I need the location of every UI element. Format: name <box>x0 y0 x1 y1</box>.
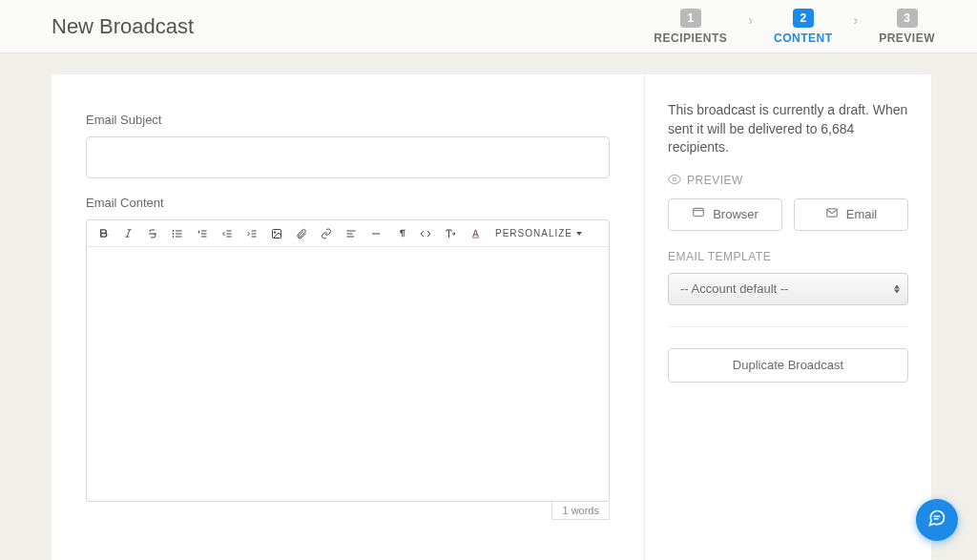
paragraph-icon[interactable] <box>388 222 413 245</box>
step-label: RECIPIENTS <box>654 31 727 45</box>
step-label: CONTENT <box>774 31 833 45</box>
browser-icon <box>692 206 705 222</box>
email-subject-label: Email Subject <box>86 113 610 127</box>
right-pane: This broadcast is currently a draft. Whe… <box>645 74 931 560</box>
caret-down-icon <box>576 232 582 236</box>
svg-point-7 <box>173 230 174 231</box>
preview-browser-label: Browser <box>713 207 759 221</box>
indent-icon[interactable] <box>239 222 264 245</box>
step-number: 3 <box>897 9 918 28</box>
personalize-label: PERSONALIZE <box>495 228 572 239</box>
left-pane: Email Subject Email Content <box>52 74 645 560</box>
preview-heading-text: PREVIEW <box>687 174 743 187</box>
italic-icon[interactable] <box>115 222 140 245</box>
step-number: 2 <box>793 9 814 28</box>
step-label: PREVIEW <box>879 31 935 45</box>
main-card: Email Subject Email Content <box>52 74 931 560</box>
preview-email-label: Email <box>846 207 878 221</box>
email-content-label: Email Content <box>86 196 610 210</box>
link-icon[interactable] <box>314 222 339 245</box>
ordered-list-icon[interactable] <box>190 222 215 245</box>
svg-point-9 <box>173 236 174 237</box>
help-fab[interactable] <box>916 499 958 541</box>
email-subject-input[interactable] <box>86 136 610 178</box>
topbar: New Broadcast 1 RECIPIENTS › 2 CONTENT ›… <box>0 0 977 53</box>
svg-line-2 <box>127 230 130 237</box>
unordered-list-icon[interactable] <box>165 222 190 245</box>
duplicate-broadcast-button[interactable]: Duplicate Broadcast <box>668 348 908 383</box>
chat-icon <box>927 508 946 531</box>
step-recipients[interactable]: 1 RECIPIENTS <box>654 9 727 45</box>
outdent-icon[interactable] <box>215 222 239 245</box>
page-title: New Broadcast <box>52 14 194 39</box>
rich-text-editor: PERSONALIZE <box>86 219 610 502</box>
step-number: 1 <box>680 9 701 28</box>
image-icon[interactable] <box>264 222 289 245</box>
editor-toolbar: PERSONALIZE <box>87 220 609 247</box>
attachment-icon[interactable] <box>289 222 314 245</box>
template-heading: EMAIL TEMPLATE <box>668 250 908 263</box>
email-content-editor[interactable] <box>87 247 609 501</box>
word-count: 1 words <box>551 502 610 520</box>
text-size-icon[interactable] <box>438 222 463 245</box>
step-preview[interactable]: 3 PREVIEW <box>879 9 935 45</box>
stepper: 1 RECIPIENTS › 2 CONTENT › 3 PREVIEW <box>654 9 954 45</box>
strikethrough-icon[interactable] <box>140 222 165 245</box>
draft-note: This broadcast is currently a draft. Whe… <box>668 101 908 157</box>
svg-rect-30 <box>694 209 704 217</box>
eye-icon <box>668 173 681 189</box>
template-select[interactable]: -- Account default -- <box>668 273 908 305</box>
preview-heading: PREVIEW <box>668 173 908 189</box>
svg-point-29 <box>673 177 676 181</box>
preview-browser-button[interactable]: Browser <box>668 198 782 231</box>
align-icon[interactable] <box>339 222 364 245</box>
email-icon <box>825 206 839 222</box>
divider <box>668 326 908 327</box>
preview-email-button[interactable]: Email <box>794 198 908 231</box>
template-selected-value: -- Account default -- <box>680 281 788 296</box>
step-content[interactable]: 2 CONTENT <box>774 9 833 45</box>
svg-point-20 <box>274 231 276 233</box>
chevron-right-icon: › <box>748 12 753 28</box>
select-caret-icon <box>894 284 900 293</box>
svg-point-8 <box>173 233 174 234</box>
personalize-dropdown[interactable]: PERSONALIZE <box>488 222 590 245</box>
chevron-right-icon: › <box>853 12 858 28</box>
text-color-icon[interactable] <box>463 222 488 245</box>
horizontal-rule-icon[interactable] <box>364 222 388 245</box>
code-icon[interactable] <box>413 222 438 245</box>
bold-icon[interactable] <box>91 222 115 245</box>
